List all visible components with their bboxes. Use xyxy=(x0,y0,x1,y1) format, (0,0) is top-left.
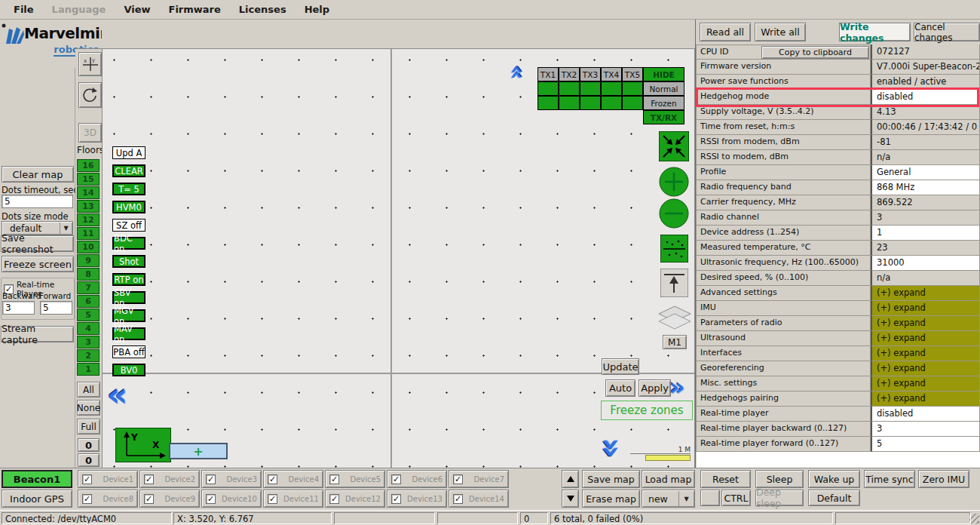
floors-all-button[interactable]: All xyxy=(77,382,100,398)
map-tool-bdc-on[interactable]: BDC on xyxy=(112,237,145,250)
checkbox-icon[interactable]: ✓ xyxy=(82,494,92,504)
rotate-tool-button[interactable] xyxy=(78,82,102,108)
floor-button-7[interactable]: 7 xyxy=(77,281,100,294)
map-tool-rtp-on[interactable]: RTP on xyxy=(112,273,145,286)
floor-button-13[interactable]: 13 xyxy=(77,200,100,213)
load-map-button[interactable]: Load map xyxy=(642,470,695,488)
tx-header-tx2[interactable]: TX2 xyxy=(559,67,580,81)
floor-button-8[interactable]: 8 xyxy=(77,268,100,281)
scroll-down-chevron-icon[interactable]: « xyxy=(593,438,625,458)
floor-button-2[interactable]: 2 xyxy=(77,349,100,362)
checkbox-icon[interactable]: ✓ xyxy=(329,474,339,484)
scroll-up-chevron-icon[interactable]: « xyxy=(506,65,528,79)
setting-value-imu[interactable]: (+) expand xyxy=(871,301,980,316)
menu-item-firmware[interactable]: Firmware xyxy=(160,2,230,17)
tx-side-hide[interactable]: HIDE xyxy=(643,67,684,81)
tx-side-normal[interactable]: Normal xyxy=(643,81,684,96)
map-tool-pba-off[interactable]: PBA off xyxy=(112,345,145,358)
write-changes-button[interactable]: Write changes xyxy=(839,23,911,41)
backward-input[interactable]: 3 xyxy=(2,301,35,315)
move-to-top-icon[interactable] xyxy=(660,269,688,299)
floor-button-15[interactable]: 15 xyxy=(77,173,100,186)
menu-item-help[interactable]: Help xyxy=(296,2,338,17)
floor-button-1[interactable]: 1 xyxy=(77,363,100,376)
floor-button-14[interactable]: 14 xyxy=(77,186,100,199)
wake-up-button[interactable]: Wake up xyxy=(808,470,860,488)
device-button-device7[interactable]: ✓Device7 xyxy=(449,470,509,488)
device-button-device11[interactable]: ✓Device11 xyxy=(263,490,323,508)
dots-timeout-input[interactable]: 5 xyxy=(2,195,73,208)
setting-value-real-time-player-backward-0-127[interactable]: 3 xyxy=(871,422,980,437)
zero-imu-button[interactable]: Zero IMU xyxy=(918,470,969,488)
copy-to-clipboard-button[interactable]: Copy to clipboard xyxy=(761,46,869,59)
checkbox-icon[interactable]: ✓ xyxy=(82,474,92,484)
map-tool-clear[interactable]: CLEAR xyxy=(112,164,145,177)
tx-side-tx-rx[interactable]: TX/RX xyxy=(643,110,684,124)
setting-value-device-address-1-254[interactable]: 1 xyxy=(871,226,980,241)
apply-button[interactable]: Apply xyxy=(639,379,671,397)
setting-value-ultrasound[interactable]: (+) expand xyxy=(871,331,980,346)
reset-button[interactable]: Reset xyxy=(700,470,751,488)
map-tool-sz-off[interactable]: SZ off xyxy=(112,219,145,232)
setting-value-real-time-player-forward-0-127[interactable]: 5 xyxy=(871,437,980,452)
map-file-select[interactable]: new ▼ xyxy=(642,490,695,508)
floor-button-3[interactable]: 3 xyxy=(77,336,100,348)
checkbox-icon[interactable]: ✓ xyxy=(391,474,401,484)
map-area[interactable]: Upd ACLEART= 5HVM0SZ offBDC onShotRTP on… xyxy=(102,48,695,468)
forward-input[interactable]: 5 xyxy=(40,301,72,315)
update-button[interactable]: Update xyxy=(602,358,639,375)
floors-none-button[interactable]: None xyxy=(77,400,100,416)
tx-cell[interactable] xyxy=(601,81,622,96)
setting-value-hedgehogs-pairing[interactable]: (+) expand xyxy=(871,391,980,407)
map-tool-mgv-on[interactable]: MGV on xyxy=(112,309,145,322)
floor-button-4[interactable]: 4 xyxy=(77,322,100,335)
checkbox-icon[interactable]: ✓ xyxy=(453,494,463,504)
floor-button-6[interactable]: 6 xyxy=(77,295,100,308)
clear-map-button[interactable]: Clear map xyxy=(2,166,74,183)
add-submap-button[interactable]: + xyxy=(169,443,228,459)
menu-item-language[interactable]: Language xyxy=(43,2,115,17)
device-button-device2[interactable]: ✓Device2 xyxy=(139,470,200,488)
stream-capture-button[interactable]: Stream capture xyxy=(1,326,74,342)
checkbox-icon[interactable]: ✓ xyxy=(329,494,339,504)
dots-mode-icon[interactable] xyxy=(660,235,688,265)
ctrl-button[interactable]: CTRL xyxy=(721,490,751,506)
floor-button-5[interactable]: 5 xyxy=(77,309,100,321)
setting-value-interfaces[interactable]: (+) expand xyxy=(871,346,980,361)
checkbox-icon[interactable]: ✓ xyxy=(268,494,277,504)
deep-sleep-button[interactable]: Deep sleep xyxy=(755,490,804,506)
tx-cell[interactable] xyxy=(559,81,580,96)
tx-header-tx3[interactable]: TX3 xyxy=(580,67,601,81)
setting-value-radio-frequency-band[interactable]: 868 MHz xyxy=(871,180,980,195)
map-tool-hvm0[interactable]: HVM0 xyxy=(112,201,145,213)
auto-button[interactable]: Auto xyxy=(605,379,635,397)
scroll-left-chevron-icon[interactable]: « xyxy=(107,379,127,411)
tx-cell[interactable] xyxy=(537,81,559,96)
3d-button[interactable]: 3D xyxy=(78,123,102,143)
setting-value-advanced-settings[interactable]: (+) expand xyxy=(871,286,980,301)
device-button-device8[interactable]: ✓Device8 xyxy=(78,490,138,508)
tx-header-tx5[interactable]: TX5 xyxy=(622,67,643,81)
sleep-button[interactable]: Sleep xyxy=(755,470,804,488)
tx-cell[interactable] xyxy=(622,96,643,110)
ctrl-indicator[interactable] xyxy=(700,490,720,506)
map-tool-upd-a[interactable]: Upd A xyxy=(112,146,145,159)
fit-to-screen-icon[interactable] xyxy=(659,131,689,164)
checkbox-icon[interactable]: ✓ xyxy=(453,474,463,484)
menu-item-view[interactable]: View xyxy=(115,2,159,17)
floor-button-10[interactable]: 10 xyxy=(77,241,100,253)
tx-cell[interactable] xyxy=(580,81,601,96)
chevron-down-icon[interactable]: ▼ xyxy=(678,491,694,506)
erase-map-button[interactable]: Erase map xyxy=(582,490,640,508)
checkbox-icon[interactable]: ✓ xyxy=(144,494,154,504)
setting-value-parameters-of-radio[interactable]: (+) expand xyxy=(871,316,980,331)
device-button-device13[interactable]: ✓Device13 xyxy=(387,490,447,508)
device-button-device6[interactable]: ✓Device6 xyxy=(387,470,447,488)
scroll-down-button[interactable] xyxy=(562,490,579,508)
setting-value-ultrasonic-frequency-hz-100-65000[interactable]: 31000 xyxy=(871,256,980,271)
tx-cell[interactable] xyxy=(559,96,580,110)
xy-axes-tool-button[interactable]: xy xyxy=(78,52,102,76)
tx-cell[interactable] xyxy=(622,81,643,96)
write-all-button[interactable]: Write all xyxy=(755,23,806,41)
m1-button[interactable]: M1 xyxy=(663,335,687,349)
